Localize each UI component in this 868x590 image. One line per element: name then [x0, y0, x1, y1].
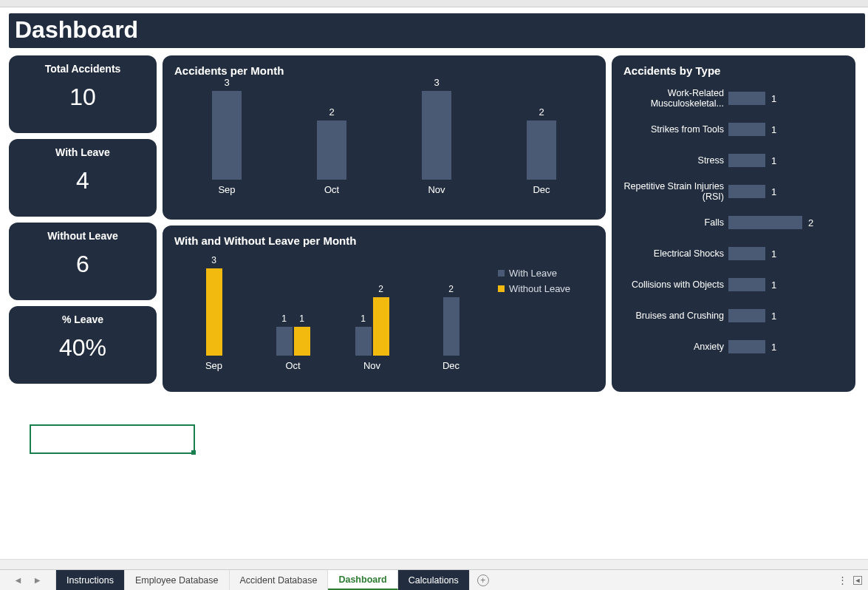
scroll-left-icon[interactable]: ◄ — [853, 576, 862, 585]
sheet-tab-calculations[interactable]: Calculations — [398, 570, 470, 590]
tab-nav-prev-icon[interactable]: ◄ — [13, 575, 22, 586]
hbar-value-label: 1 — [771, 342, 776, 353]
bar-value-label: 3 — [211, 255, 216, 265]
hbar-wrap: 1 — [728, 123, 844, 136]
bar-rect — [422, 91, 451, 180]
legend-swatch-icon — [498, 270, 505, 277]
bar-group: 3Sep — [197, 77, 256, 195]
chart-title: Accidents by Type — [623, 64, 844, 77]
horizontal-bar-chart-area: Work-Related Musculoskeletal...1Strikes … — [623, 89, 844, 356]
kpi-value: 6 — [13, 251, 152, 278]
tab-nav-arrows[interactable]: ◄ ► — [0, 570, 56, 590]
legend-item-without-leave: Without Leave — [498, 283, 591, 294]
hbar-row: Electrical Shocks1 — [623, 244, 844, 263]
tab-spacer — [496, 570, 832, 590]
grouped-bar-chart-area: 3Sep11Oct12Nov2Dec — [174, 260, 491, 371]
hbar-row: Repetitive Strain Injuries (RSI)1 — [623, 182, 844, 201]
grouped-bar-group: 2Dec — [422, 297, 481, 371]
hbar-row: Bruises and Crushing1 — [623, 306, 844, 325]
grouped-bar-group: 12Nov — [343, 297, 402, 371]
bar-value-label: 2 — [539, 106, 544, 118]
chart-accidents-per-month[interactable]: Accidents per Month 3Sep2Oct3Nov2Dec — [163, 55, 606, 220]
kpi-column: Total Accidents 10 With Leave 4 Without … — [9, 55, 157, 392]
tabs-container: InstructionsEmployee DatabaseAccident Da… — [56, 570, 470, 590]
ellipsis-icon: ⋮ — [838, 574, 849, 586]
grouped-bar-group: 11Oct — [264, 327, 323, 371]
bar-pair: 12 — [355, 297, 389, 356]
kpi-label: With Leave — [13, 146, 152, 158]
hbar-category-label: Bruises and Crushing — [623, 311, 728, 321]
hbar-row: Falls2 — [623, 213, 844, 232]
add-sheet-button[interactable]: + — [470, 570, 496, 590]
hbar-wrap: 1 — [728, 92, 844, 105]
bar-rect: 3 — [206, 268, 222, 356]
hbar-wrap: 1 — [728, 154, 844, 167]
dashboard-body: Total Accidents 10 With Leave 4 Without … — [0, 51, 868, 392]
bar-rect: 2 — [443, 297, 459, 356]
kpi-without-leave: Without Leave 6 — [9, 223, 157, 300]
hbar-wrap: 1 — [728, 309, 844, 322]
kpi-label: Without Leave — [13, 230, 152, 242]
bar-value-label: 1 — [360, 313, 366, 324]
hbar-category-label: Electrical Shocks — [623, 248, 728, 259]
bar-group: 3Nov — [407, 77, 466, 195]
bar-rect: 1 — [355, 327, 372, 356]
hbar-row: Strikes from Tools1 — [623, 120, 844, 139]
tab-nav-next-icon[interactable]: ► — [33, 575, 42, 586]
sheet-tab-instructions[interactable]: Instructions — [56, 570, 125, 590]
hbar-rect — [728, 340, 765, 353]
hbar-rect — [728, 216, 802, 229]
spreadsheet-top-strip — [0, 0, 868, 7]
bar-group: 2Oct — [302, 106, 361, 195]
bar-rect — [317, 121, 346, 180]
hbar-category-label: Collisions with Objects — [623, 279, 728, 290]
horizontal-scrollbar[interactable] — [0, 559, 868, 569]
kpi-value: 40% — [13, 334, 152, 362]
sheet-tab-employee-database[interactable]: Employee Database — [125, 570, 230, 590]
chart-with-without-leave[interactable]: With and Without Leave per Month 3Sep11O… — [163, 226, 606, 392]
bar-pair: 11 — [276, 327, 310, 356]
hbar-category-label: Strikes from Tools — [623, 124, 728, 135]
hbar-wrap: 1 — [728, 185, 844, 198]
bar-category-label: Oct — [285, 360, 300, 371]
chart-legend: With Leave Without Leave — [491, 253, 594, 371]
tab-scroll-controls[interactable]: ⋮ ◄ — [832, 570, 868, 590]
bar-value-label: 3 — [224, 77, 229, 88]
bar-category-label: Sep — [205, 360, 222, 371]
hbar-value-label: 2 — [808, 217, 813, 228]
hbar-value-label: 1 — [771, 124, 776, 135]
bar-category-label: Sep — [218, 184, 235, 195]
bar-category-label: Nov — [363, 360, 380, 371]
sheet-tab-dashboard[interactable]: Dashboard — [328, 570, 397, 590]
selected-cell-outline[interactable] — [30, 424, 195, 454]
charts-middle-column: Accidents per Month 3Sep2Oct3Nov2Dec Wit… — [163, 55, 606, 392]
bar-pair: 3 — [206, 268, 222, 356]
hbar-rect — [728, 278, 765, 291]
kpi-percent-leave: % Leave 40% — [9, 306, 157, 384]
hbar-category-label: Work-Related Musculoskeletal... — [623, 88, 728, 109]
grouped-bar-group: 3Sep — [185, 268, 244, 371]
hbar-category-label: Anxiety — [623, 342, 728, 352]
kpi-label: % Leave — [13, 313, 152, 325]
bar-pair: 2 — [443, 297, 459, 356]
bar-rect: 1 — [276, 327, 293, 356]
bar-chart-area: 3Sep2Oct3Nov2Dec — [174, 84, 594, 195]
hbar-rect — [728, 309, 765, 322]
hbar-value-label: 1 — [771, 248, 776, 260]
kpi-total-accidents: Total Accidents 10 — [9, 55, 157, 133]
chart-accidents-by-type[interactable]: Accidents by Type Work-Related Musculosk… — [612, 55, 855, 392]
chart-title: Accidents per Month — [174, 64, 594, 77]
hbar-wrap: 1 — [728, 247, 844, 260]
legend-label: With Leave — [509, 268, 557, 279]
kpi-with-leave: With Leave 4 — [9, 139, 157, 217]
bar-category-label: Dec — [442, 360, 459, 371]
legend-label: Without Leave — [509, 283, 570, 294]
hbar-row: Stress1 — [623, 151, 844, 170]
sheet-tab-accident-database[interactable]: Accident Database — [230, 570, 329, 590]
hbar-wrap: 1 — [728, 278, 844, 291]
hbar-wrap: 2 — [728, 216, 844, 229]
hbar-value-label: 1 — [771, 186, 776, 197]
hbar-value-label: 1 — [771, 279, 776, 291]
hbar-rect — [728, 247, 765, 260]
hbar-rect — [728, 185, 765, 198]
